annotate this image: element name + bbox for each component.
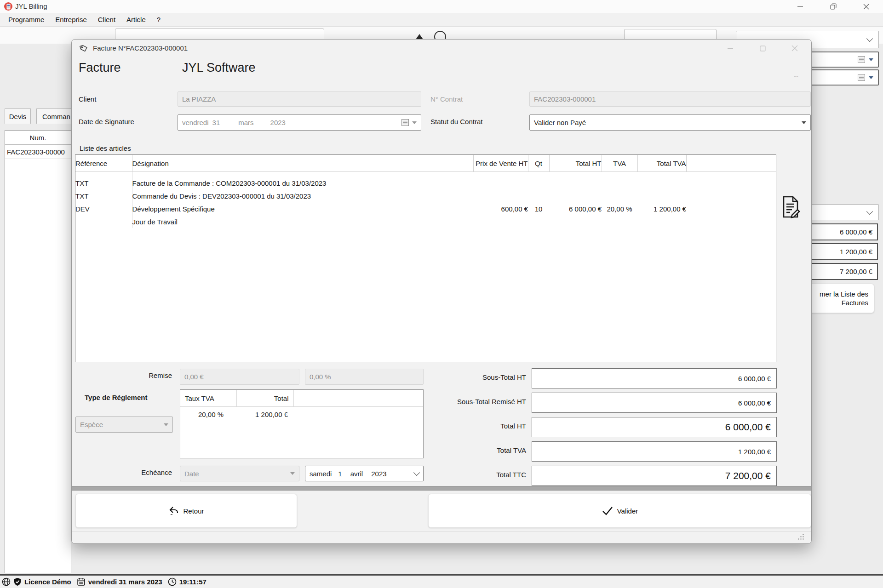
contrat-label: N° Contrat <box>430 95 463 103</box>
total-ttc-label: Total TTC <box>366 471 526 479</box>
invoice-list-panel: Num. FAC202303-00000 <box>5 130 71 573</box>
col-total-tva[interactable]: Total TVA <box>637 155 686 172</box>
menu-client[interactable]: Client <box>98 16 115 23</box>
total-tva-label: Total TVA <box>366 446 526 454</box>
signature-label: Date de Signature <box>79 118 134 126</box>
total-ht-label: Total HT <box>366 422 526 430</box>
tva-rate-cell: 20,00 % <box>180 407 236 422</box>
cell-tva: 20,00 % <box>602 202 637 215</box>
tva-col-total[interactable]: Total <box>236 390 293 407</box>
invoice-dialog: Facture N°FAC202303-000001 Facture JYL S… <box>71 39 812 544</box>
echeance-type-combobox[interactable]: Date <box>180 466 299 481</box>
cell-total-tva <box>637 172 686 190</box>
cell-total-tva <box>637 215 686 228</box>
col-qt[interactable]: Qt <box>528 155 549 172</box>
cell-filler <box>686 172 776 190</box>
cell-tva <box>602 172 637 190</box>
tag-icon <box>79 43 89 55</box>
menu-programme[interactable]: Programme <box>8 16 44 23</box>
reglement-combobox[interactable]: Espèce <box>75 417 173 433</box>
sous-total-remise-field[interactable]: 6 000,00 € <box>532 393 777 413</box>
cell-prix <box>473 215 528 228</box>
cell-total-tva: 1 200,00 € <box>637 202 686 215</box>
col-total-ht[interactable]: Total HT <box>549 155 602 172</box>
dropdown-arrow-icon <box>412 121 417 124</box>
dialog-doc-type: Facture <box>79 61 121 75</box>
cell-total-ht <box>549 215 602 228</box>
tva-filler-cell <box>293 407 423 422</box>
retour-button-label: Retour <box>183 507 204 515</box>
total-ht-field[interactable]: 6 000,00 € <box>532 417 777 437</box>
statut-combobox[interactable]: Valider non Payé <box>529 114 811 131</box>
edit-document-icon[interactable] <box>780 195 801 221</box>
col-reference[interactable]: Référence <box>75 155 132 172</box>
dialog-title: Facture N°FAC202303-000001 <box>93 44 188 52</box>
dropdown-arrow-icon <box>869 58 873 61</box>
list-item[interactable]: FAC202303-00000 <box>5 145 71 159</box>
menu-entreprise[interactable]: Entreprise <box>55 16 86 23</box>
signature-date-picker[interactable]: vendredi 31 mars 2023 <box>178 114 421 131</box>
cell-tva <box>602 189 637 202</box>
dialog-close-button[interactable] <box>784 40 805 57</box>
client-field[interactable]: La PIAZZA <box>178 91 421 107</box>
clock-icon <box>168 577 177 586</box>
separator-band <box>72 486 811 491</box>
cell-qt: 10 <box>528 202 549 215</box>
col-prix[interactable]: Prix de Vente HT <box>473 155 528 172</box>
col-designation[interactable]: Désignation <box>132 155 473 172</box>
remise-amount-field[interactable]: 0,00 € <box>180 369 299 385</box>
chevron-down-icon <box>866 35 873 42</box>
table-row[interactable]: TXT Commande du Devis : DEV202303-000001… <box>75 189 776 202</box>
cell-filler <box>686 202 776 215</box>
col-tva[interactable]: TVA <box>602 155 637 172</box>
resize-grip[interactable] <box>797 533 804 542</box>
cell-designation: Développement Spécifique <box>132 202 473 215</box>
status-date: vendredi 31 mars 2023 <box>88 578 162 586</box>
total-tva-field[interactable]: 1 200,00 € <box>532 441 777 462</box>
tva-col-taux[interactable]: Taux TVA <box>180 390 236 407</box>
cell-total-ht <box>549 189 602 202</box>
dialog-maximize-button[interactable] <box>752 40 773 57</box>
articles-table: Référence Désignation Prix de Vente HT Q… <box>75 154 776 362</box>
reglement-label: Type de Réglement <box>85 394 147 401</box>
table-row[interactable]: TXT Facture de la Commande : COM202303-0… <box>75 172 776 190</box>
table-row[interactable]: Jour de Travail <box>75 215 776 228</box>
print-button-line2: Factures <box>842 299 868 307</box>
calendar-icon <box>77 577 86 586</box>
statut-label: Statut du Contrat <box>430 118 482 126</box>
tab-devis[interactable]: Devis <box>5 108 31 124</box>
calendar-icon <box>401 119 409 126</box>
cell-ref: TXT <box>75 189 132 202</box>
articles-group-label: Liste des articles <box>80 144 131 152</box>
date-part-month: mars <box>238 119 253 126</box>
calendar-icon <box>858 74 865 81</box>
shield-check-icon <box>13 577 22 586</box>
cell-ref: DEV <box>75 202 132 215</box>
footer-divider <box>72 531 811 532</box>
sous-total-ht-label: Sous-Total HT <box>366 373 526 381</box>
menu-help[interactable]: ? <box>157 16 161 23</box>
total-ttc-field[interactable]: 7 200,00 € <box>532 466 777 486</box>
retour-button[interactable]: Retour <box>75 494 297 528</box>
table-row[interactable]: DEV Développement Spécifique 600,00 € 10… <box>75 202 776 215</box>
window-close-button[interactable] <box>855 0 877 13</box>
cell-total-ht: 6 000,00 € <box>549 202 602 215</box>
date-part-num: 1 <box>338 470 342 478</box>
valider-button[interactable]: Valider <box>428 494 811 528</box>
licence-label: Licence Démo <box>24 578 71 586</box>
cell-tva <box>602 215 637 228</box>
window-restore-button[interactable] <box>823 0 844 13</box>
reglement-value: Espèce <box>80 421 103 428</box>
articles-header-row: Référence Désignation Prix de Vente HT Q… <box>75 155 776 172</box>
cell-qt <box>528 215 549 228</box>
date-part-day: samedi <box>310 470 332 478</box>
menu-article[interactable]: Article <box>126 16 146 23</box>
list-column-header[interactable]: Num. <box>5 131 71 145</box>
window-minimize-button[interactable] <box>790 0 811 13</box>
dialog-titlebar: Facture N°FAC202303-000001 <box>72 40 811 57</box>
contrat-field[interactable]: FAC202303-000001 <box>529 91 811 107</box>
tva-row[interactable]: 20,00 % 1 200,00 € <box>180 407 423 422</box>
cell-designation: Jour de Travail <box>132 215 473 228</box>
sous-total-ht-field[interactable]: 6 000,00 € <box>532 368 777 388</box>
dialog-minimize-button[interactable] <box>720 40 741 57</box>
